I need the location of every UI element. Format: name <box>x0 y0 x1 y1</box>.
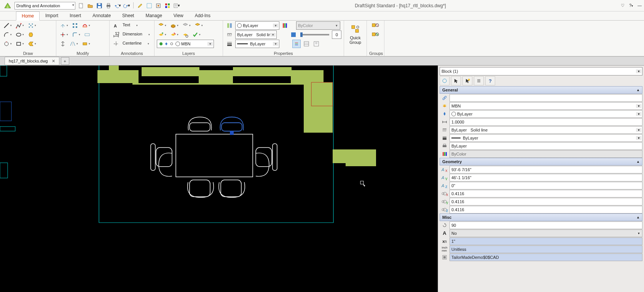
units-value[interactable]: Unitless <box>450 245 642 253</box>
linestyle-value[interactable]: ByLayerSolid line▾ <box>450 126 642 134</box>
section-geometry[interactable]: Geometry▲ <box>440 158 642 165</box>
prop-table2-btn[interactable] <box>312 40 320 48</box>
tab-home[interactable]: Home <box>16 11 40 21</box>
layer-dropdown[interactable]: MBN ▾ <box>157 40 214 48</box>
rectangle-tool[interactable]: ▾ <box>14 40 25 48</box>
proptool-help[interactable]: ? <box>485 76 495 85</box>
drawing-canvas[interactable] <box>0 66 438 292</box>
linecolor-dropdown[interactable]: ByLayer ▾ <box>235 21 279 30</box>
rotation-value[interactable]: 90 <box>450 221 642 229</box>
layer-freeze[interactable]: ▾ <box>169 21 180 30</box>
qat-redo[interactable]: ▾ <box>123 2 130 9</box>
prop-list-btn[interactable] <box>292 40 301 48</box>
group-add-button[interactable] <box>370 21 381 30</box>
qat-open[interactable] <box>87 2 94 9</box>
selection-dropdown[interactable]: Block (1) ▾ <box>440 67 642 75</box>
y-value[interactable]: 46'-1 1/16" <box>450 174 642 181</box>
dimension-label[interactable]: Dimension <box>122 30 143 39</box>
group-edit-button[interactable] <box>370 30 381 39</box>
text-icon-btn[interactable]: A <box>112 21 120 30</box>
x-value[interactable]: 93'-6 7/16" <box>450 166 642 173</box>
offset-tool[interactable] <box>59 40 67 48</box>
file-tab-active[interactable]: hq17_rltl_blocks.dwg ✕ <box>5 57 59 65</box>
qat-highlight[interactable] <box>137 2 143 9</box>
qat-colors[interactable] <box>164 2 171 9</box>
workspace-dropdown[interactable]: Drafting and Annotation ▾ <box>14 2 75 10</box>
qat-new[interactable] <box>78 2 84 9</box>
tab-manage[interactable]: Manage <box>140 11 167 20</box>
layer-lock[interactable]: ▾ <box>157 30 167 39</box>
qat-print[interactable] <box>105 2 112 9</box>
tab-annotate[interactable]: Annotate <box>87 11 116 20</box>
heart-icon[interactable]: ♡ <box>621 3 625 8</box>
sy-value[interactable]: 0.4116 <box>450 198 642 205</box>
layer-off[interactable]: ▾ <box>169 30 180 39</box>
layer-iso[interactable]: ▾ <box>181 21 192 30</box>
prop-linetype-btn[interactable] <box>225 30 234 39</box>
qat-block[interactable] <box>155 2 162 9</box>
proptool-quickselect[interactable] <box>462 76 472 85</box>
polyline-tool[interactable]: ▾ <box>14 21 25 30</box>
centerline-icon-btn[interactable] <box>112 40 120 48</box>
add-tab-button[interactable]: ＋ <box>61 57 69 65</box>
proptool-select[interactable] <box>451 76 461 85</box>
point-tool[interactable]: ▾ <box>27 21 37 30</box>
trim-tool[interactable]: ▾ <box>59 30 69 39</box>
dimension-icon-btn[interactable]: 12 <box>112 30 120 39</box>
pattern-tool[interactable] <box>71 21 79 30</box>
qat-undo[interactable]: ▾ <box>114 2 121 9</box>
layer-states[interactable]: ▾ <box>193 21 204 30</box>
close-tab-icon[interactable]: ✕ <box>52 59 55 64</box>
dimension-dd[interactable]: ▾ <box>145 30 153 39</box>
layer-value[interactable]: MBN▾ <box>450 102 642 110</box>
delete-tool[interactable]: ▾ <box>81 21 91 30</box>
z-value[interactable]: 0" <box>450 182 642 189</box>
hyperlink-value[interactable] <box>450 94 642 102</box>
qat-options[interactable]: ▾ <box>173 2 180 9</box>
qat-save[interactable] <box>96 2 103 9</box>
minimize-button[interactable]: — <box>638 3 642 8</box>
tab-view[interactable]: View <box>168 11 189 20</box>
quick-group-button[interactable]: Quick Group <box>346 21 365 47</box>
prop-colorbars[interactable] <box>281 21 289 30</box>
layer-manager[interactable]: ▾ <box>157 21 167 30</box>
spline-tool[interactable]: ▾ <box>2 40 13 48</box>
transparency-slider[interactable] <box>299 30 331 39</box>
linecolor-value[interactable]: ByLayer▾ <box>450 110 642 118</box>
prop-table1-btn[interactable] <box>302 40 311 48</box>
explode-tool[interactable] <box>83 30 91 39</box>
region-tool[interactable]: ▾ <box>27 40 37 48</box>
move-tool[interactable]: ▾ <box>59 21 69 30</box>
centerline-label[interactable]: Centerline <box>122 40 142 48</box>
qat-rebuild[interactable] <box>146 2 153 9</box>
text-label[interactable]: Text <box>122 21 131 30</box>
tab-import[interactable]: Import <box>40 11 64 20</box>
section-misc[interactable]: Misc▲ <box>440 213 642 221</box>
circle-tool[interactable]: ▾ <box>14 30 25 39</box>
linetype-dropdown[interactable]: ByLayerSolid line ▾ <box>235 30 277 39</box>
centerline-dd[interactable]: ▾ <box>144 40 152 48</box>
lineweight-value[interactable]: ByLayer▾ <box>450 134 642 142</box>
linescale-value[interactable]: 1.0000 <box>450 118 642 126</box>
proptool-pick[interactable] <box>440 76 450 85</box>
polygon-tool[interactable] <box>27 30 35 39</box>
prop-matchprops[interactable] <box>225 21 234 30</box>
stretch-tool[interactable]: ▾ <box>81 40 91 48</box>
sz-value[interactable]: 0.4116 <box>450 206 642 213</box>
prop-lineweight-btn[interactable] <box>225 40 234 48</box>
sx-value[interactable]: 0.4116 <box>450 190 642 197</box>
tab-sheet[interactable]: Sheet <box>116 11 140 20</box>
layer-check[interactable]: ▾ <box>191 30 202 39</box>
line-tool[interactable]: ▾ <box>2 21 13 30</box>
unitfactor-value[interactable]: 1" <box>450 237 642 245</box>
transparency-value[interactable]: 0 <box>332 30 341 39</box>
text-dd[interactable]: ▾ <box>132 21 141 30</box>
layer-preview[interactable] <box>181 30 190 39</box>
tab-addins[interactable]: Add-Ins <box>189 11 216 20</box>
arc-tool[interactable]: ▾ <box>2 30 13 39</box>
help-icon[interactable]: ?▾ <box>629 3 633 8</box>
fillet-tool[interactable]: ▾ <box>71 30 81 39</box>
lineweight-dropdown[interactable]: ByLayer ▾ <box>235 40 279 48</box>
tab-insert[interactable]: Insert <box>64 11 87 20</box>
mirror-tool[interactable]: ▾ <box>69 40 79 48</box>
